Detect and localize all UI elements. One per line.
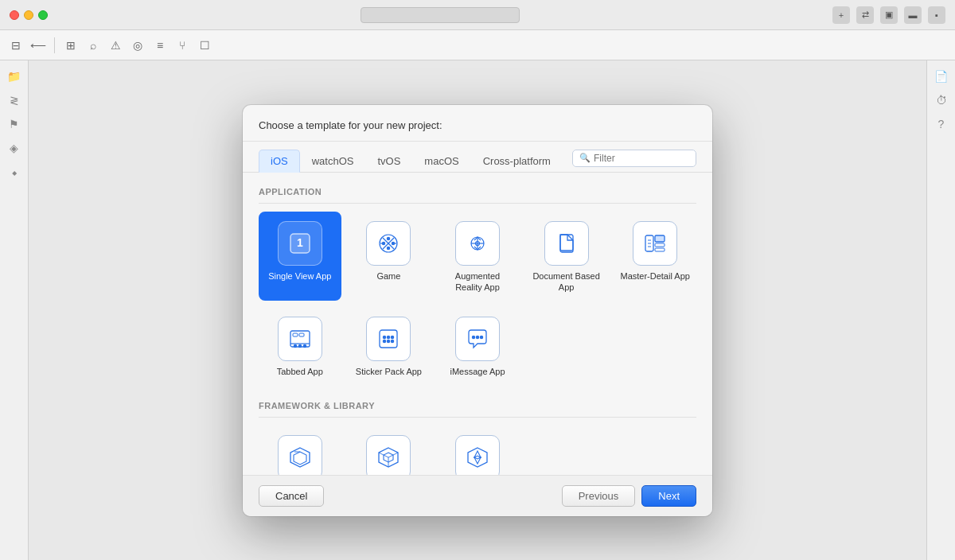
main-area: 📁 ≷ ⚑ ◈ ⬥ Choose a template for your new… bbox=[0, 60, 955, 560]
tab-ios[interactable]: iOS bbox=[259, 150, 300, 173]
dialog-footer: Cancel Previous Next bbox=[243, 475, 712, 516]
template-document[interactable]: Document Based App bbox=[525, 212, 608, 301]
svg-point-34 bbox=[384, 340, 386, 343]
sticker-icon bbox=[374, 325, 403, 353]
test-icon[interactable]: ◈ bbox=[5, 138, 24, 158]
filter-input[interactable] bbox=[594, 153, 689, 164]
nav-button[interactable]: ⇄ bbox=[856, 6, 874, 24]
game-label: Game bbox=[376, 270, 400, 282]
back-icon[interactable]: ⟵ bbox=[29, 36, 48, 55]
layout3-button[interactable]: ▪ bbox=[928, 6, 945, 24]
dialog-body: Application 1 Single View App bbox=[243, 173, 712, 475]
svg-point-25 bbox=[294, 345, 296, 348]
dialog-overlay: Choose a template for your new project: … bbox=[29, 60, 926, 560]
static-lib-icon-box bbox=[366, 435, 411, 474]
game-icon-box bbox=[366, 221, 411, 266]
tabbed-label: Tabbed App bbox=[277, 366, 323, 377]
svg-rect-18 bbox=[655, 243, 665, 247]
sidebar-toggle-icon[interactable]: ⊟ bbox=[6, 36, 25, 55]
application-section-header: Application bbox=[259, 182, 696, 204]
folder-icon[interactable]: 📁 bbox=[5, 67, 24, 86]
tab-watchos[interactable]: watchOS bbox=[300, 150, 366, 173]
clock-icon[interactable]: ⏱ bbox=[932, 91, 951, 110]
add-button[interactable]: + bbox=[832, 6, 850, 24]
game-icon bbox=[374, 229, 403, 258]
single-view-icon-box: 1 bbox=[278, 221, 322, 266]
svg-point-27 bbox=[303, 345, 306, 348]
svg-point-35 bbox=[388, 340, 390, 343]
titlebar-actions: + ⇄ ▣ ▬ ▪ bbox=[832, 6, 945, 24]
template-tabbed[interactable]: Tabbed App bbox=[259, 307, 341, 385]
template-master-detail[interactable]: Master-Detail App bbox=[614, 212, 696, 301]
svg-point-32 bbox=[388, 336, 390, 339]
source-icon[interactable]: ≷ bbox=[5, 91, 24, 110]
cancel-button[interactable]: Cancel bbox=[259, 485, 324, 507]
static-lib-icon bbox=[374, 443, 403, 472]
next-button[interactable]: Next bbox=[641, 485, 696, 507]
template-framework[interactable]: Framework bbox=[259, 426, 341, 474]
svg-rect-28 bbox=[293, 333, 298, 336]
warning-icon[interactable]: ⚠ bbox=[106, 36, 125, 55]
filter-box[interactable]: 🔍 bbox=[572, 150, 696, 167]
imessage-icon-box bbox=[455, 317, 500, 361]
svg-point-33 bbox=[392, 336, 394, 339]
search-icon[interactable]: ⌕ bbox=[84, 36, 103, 55]
document-label: Document Based App bbox=[532, 270, 602, 294]
debug-icon[interactable]: ⬥ bbox=[5, 162, 24, 181]
template-static-lib[interactable]: Static Library bbox=[348, 426, 431, 474]
framework-icon bbox=[286, 443, 314, 472]
template-single-view[interactable]: 1 Single View App bbox=[259, 212, 341, 301]
traffic-lights bbox=[10, 10, 48, 20]
panel-right: 📄 ⏱ ? bbox=[926, 60, 955, 560]
single-view-label: Single View App bbox=[268, 270, 331, 282]
tab-crossplatform[interactable]: Cross-platform bbox=[471, 150, 563, 173]
template-ar[interactable]: Augmented Reality App bbox=[436, 212, 519, 301]
metal-lib-icon bbox=[463, 443, 492, 472]
target-icon[interactable]: ◎ bbox=[128, 36, 147, 55]
tabs-bar: iOS watchOS tvOS macOS Cross-platform 🔍 bbox=[243, 142, 712, 173]
svg-point-38 bbox=[476, 336, 478, 339]
sticker-label: Sticker Pack App bbox=[356, 366, 422, 377]
ar-icon-box bbox=[455, 221, 500, 266]
svg-point-7 bbox=[388, 237, 390, 239]
template-metal-lib[interactable]: Metal Library bbox=[436, 426, 519, 474]
svg-point-39 bbox=[480, 336, 482, 339]
footer-right-buttons: Previous Next bbox=[562, 485, 696, 507]
ar-label: Augmented Reality App bbox=[442, 270, 513, 294]
metal-lib-icon-box bbox=[455, 435, 500, 474]
ar-icon bbox=[463, 229, 492, 258]
tabbed-icon bbox=[286, 325, 314, 353]
tab-macos[interactable]: macOS bbox=[412, 150, 470, 173]
inspector-icon[interactable]: 📄 bbox=[932, 67, 951, 86]
close-button[interactable] bbox=[10, 10, 19, 20]
titlebar-search bbox=[361, 7, 520, 23]
titlebar: + ⇄ ▣ ▬ ▪ bbox=[0, 0, 955, 30]
maximize-button[interactable] bbox=[38, 10, 48, 20]
template-imessage[interactable]: iMessage App bbox=[436, 307, 519, 385]
previous-button[interactable]: Previous bbox=[562, 485, 636, 507]
list-icon[interactable]: ≡ bbox=[150, 36, 170, 55]
minimize-button[interactable] bbox=[24, 10, 33, 20]
titlebar-center bbox=[54, 7, 826, 23]
dialog-title: Choose a template for your new project: bbox=[259, 119, 696, 131]
layout1-button[interactable]: ▣ bbox=[880, 6, 898, 24]
application-grid: 1 Single View App bbox=[259, 212, 696, 386]
template-game[interactable]: Game bbox=[348, 212, 431, 301]
single-view-icon: 1 bbox=[286, 229, 314, 258]
template-sticker[interactable]: Sticker Pack App bbox=[348, 307, 431, 385]
comment-icon[interactable]: ☐ bbox=[195, 36, 214, 55]
framework-icon-box bbox=[278, 435, 322, 474]
layout2-button[interactable]: ▬ bbox=[904, 6, 922, 24]
sticker-icon-box bbox=[366, 317, 411, 361]
master-detail-icon-box bbox=[633, 221, 677, 266]
help-icon[interactable]: ? bbox=[932, 115, 951, 134]
toolbar-separator bbox=[54, 37, 55, 53]
content-area: Choose a template for your new project: … bbox=[29, 60, 926, 560]
grid-icon[interactable]: ⊞ bbox=[61, 36, 80, 55]
branch-icon[interactable]: ⑂ bbox=[173, 36, 192, 55]
sidebar-left: 📁 ≷ ⚑ ◈ ⬥ bbox=[0, 60, 29, 560]
toolbar: ⊟ ⟵ ⊞ ⌕ ⚠ ◎ ≡ ⑂ ☐ bbox=[0, 30, 955, 60]
tab-tvos[interactable]: tvOS bbox=[365, 150, 412, 173]
issue-icon[interactable]: ⚑ bbox=[5, 115, 24, 134]
svg-point-31 bbox=[384, 336, 386, 339]
